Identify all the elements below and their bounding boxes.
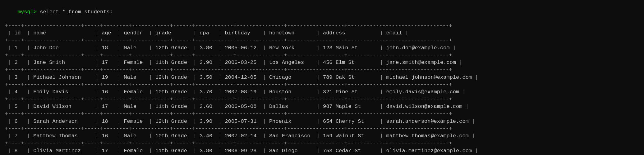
header-name: | name <box>24 29 92 37</box>
cell-gpa: | 3.90 <box>190 117 215 126</box>
cell-age: | 18 <box>92 117 114 126</box>
prompt-line: mysql> select * from students; <box>5 3 639 21</box>
prompt-command: select * from students; <box>40 9 113 15</box>
cell-name: | John Doe <box>24 44 92 52</box>
table-separator-row: +----+------------------+-----+--------+… <box>5 96 639 102</box>
header-grade: | grade <box>146 29 190 37</box>
table-row: | 3| Michael Johnson| 19| Male| 12th Gra… <box>5 73 639 82</box>
header-gpa: | gpa <box>190 29 215 37</box>
cell-address: | 654 Cherry St <box>314 117 377 126</box>
cell-hometown: | Chicago <box>260 73 314 82</box>
cell-gpa: | 3.70 <box>190 88 215 96</box>
cell-hometown: | Houston <box>260 88 314 96</box>
cell-gpa: | 3.40 <box>190 132 215 140</box>
header-hometown: | hometown <box>260 29 314 37</box>
cell-id: | 5 <box>5 102 24 111</box>
cell-name: | Emily Davis <box>24 88 92 96</box>
cell-age: | 17 <box>92 147 114 155</box>
header-address: | address <box>314 29 377 37</box>
cell-hometown: | San Francisco <box>260 132 314 140</box>
table-row: | 4| Emily Davis| 16| Female| 10th Grade… <box>5 88 639 96</box>
cell-birthday: | 2005-07-31 <box>215 117 260 126</box>
cell-name: | Michael Johnson <box>24 73 92 82</box>
cell-id: | 1 <box>5 44 24 52</box>
table-separator-row: +----+------------------+-----+--------+… <box>5 111 639 117</box>
cell-age: | 16 <box>92 132 114 140</box>
header-age: | age <box>92 29 114 37</box>
cell-name: | Olivia Martinez <box>24 147 92 155</box>
cell-email: | john.doe@example.com | <box>377 44 639 52</box>
cell-hometown: | Dallas <box>260 102 314 111</box>
result-table: | id | name | age | gender | grade | gpa… <box>5 29 639 155</box>
cell-age: | 19 <box>92 73 114 82</box>
cell-hometown: | Phoenix <box>260 117 314 126</box>
cell-name: | David Wilson <box>24 102 92 111</box>
cell-id: | 7 <box>5 132 24 140</box>
cell-address: | 789 Oak St <box>314 73 377 82</box>
cell-birthday: | 2006-03-25 <box>215 58 260 67</box>
table-separator-row: +----+------------------+-----+--------+… <box>5 82 639 88</box>
cell-grade: | 11th Grade <box>146 102 190 111</box>
cell-name: | Sarah Anderson <box>24 117 92 126</box>
cell-id: | 3 <box>5 73 24 82</box>
cell-gender: | Female <box>114 117 146 126</box>
table-row: | 5| David Wilson| 17| Male| 11th Grade|… <box>5 102 639 111</box>
cell-gender: | Male <box>114 102 146 111</box>
cell-birthday: | 2007-08-19 <box>215 88 260 96</box>
cell-grade: | 11th Grade <box>146 58 190 67</box>
cell-birthday: | 2006-05-08 <box>215 102 260 111</box>
cell-gpa: | 3.80 <box>190 44 215 52</box>
separator-top: +----+------------------+-----+--------+… <box>5 23 639 29</box>
cell-age: | 17 <box>92 102 114 111</box>
table-row: | 6| Sarah Anderson| 18| Female| 12th Gr… <box>5 117 639 126</box>
header-gender: | gender <box>114 29 146 37</box>
header-birthday: | birthday <box>215 29 260 37</box>
cell-gpa: | 3.60 <box>190 102 215 111</box>
table-row: | 7| Matthew Thomas| 16| Male| 10th Grad… <box>5 132 639 140</box>
table-separator-row: +----+------------------+-----+--------+… <box>5 37 639 43</box>
cell-gpa: | 3.50 <box>190 73 215 82</box>
cell-name: | Jane Smith <box>24 58 92 67</box>
table-separator-row: +----+------------------+-----+--------+… <box>5 140 639 146</box>
table-separator-row: +----+------------------+-----+--------+… <box>5 126 639 132</box>
cell-age: | 18 <box>92 44 114 52</box>
table-row: | 2| Jane Smith| 17| Female| 11th Grade|… <box>5 58 639 67</box>
cell-address: | 987 Maple St <box>314 102 377 111</box>
cell-grade: | 12th Grade <box>146 117 190 126</box>
cell-email: | michael.johnson@example.com | <box>377 73 639 82</box>
cell-gender: | Female <box>114 147 146 155</box>
cell-grade: | 10th Grade <box>146 88 190 96</box>
table-row: | 1| John Doe| 18| Male| 12th Grade| 3.8… <box>5 44 639 52</box>
cell-gpa: | 3.90 <box>190 58 215 67</box>
cell-email: | sarah.anderson@example.com | <box>377 117 639 126</box>
cell-birthday: | 2006-09-28 <box>215 147 260 155</box>
cell-email: | david.wilson@example.com | <box>377 102 639 111</box>
cell-gender: | Male <box>114 132 146 140</box>
cell-gender: | Female <box>114 58 146 67</box>
cell-birthday: | 2007-02-14 <box>215 132 260 140</box>
cell-birthday: | 2004-12-05 <box>215 73 260 82</box>
cell-hometown: | New York <box>260 44 314 52</box>
cell-name: | Matthew Thomas <box>24 132 92 140</box>
cell-grade: | 10th Grade <box>146 132 190 140</box>
cell-id: | 4 <box>5 88 24 96</box>
cell-id: | 2 <box>5 58 24 67</box>
cell-email: | matthew.thomas@example.com | <box>377 132 639 140</box>
cell-address: | 159 Walnut St <box>314 132 377 140</box>
cell-age: | 17 <box>92 58 114 67</box>
cell-id: | 8 <box>5 147 24 155</box>
cell-grade: | 11th Grade <box>146 147 190 155</box>
cell-grade: | 12th Grade <box>146 73 190 82</box>
cell-id: | 6 <box>5 117 24 126</box>
cell-address: | 753 Cedar St <box>314 147 377 155</box>
cell-gender: | Male <box>114 73 146 82</box>
table-row: | 8| Olivia Martinez| 17| Female| 11th G… <box>5 147 639 155</box>
prompt-prefix: mysql> <box>18 9 40 15</box>
cell-email: | jane.smith@example.com | <box>377 58 639 67</box>
cell-birthday: | 2005-06-12 <box>215 44 260 52</box>
table-header-row: | id | name | age | gender | grade | gpa… <box>5 29 639 37</box>
cell-gender: | Female <box>114 88 146 96</box>
cell-hometown: | Los Angeles <box>260 58 314 67</box>
table-separator-row: +----+------------------+-----+--------+… <box>5 52 639 58</box>
cell-email: | emily.davis@example.com | <box>377 88 639 96</box>
